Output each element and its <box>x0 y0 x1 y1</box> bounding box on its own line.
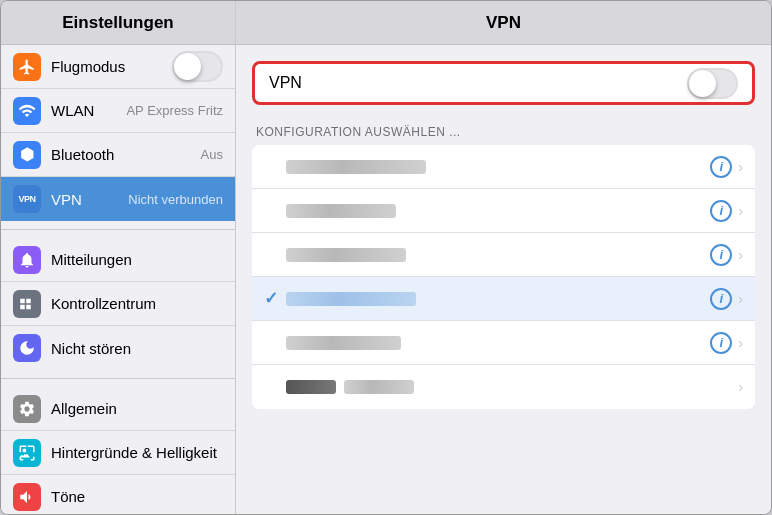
sidebar-title: Einstellungen <box>62 13 173 33</box>
config-actions-1: i › <box>710 156 743 178</box>
mitteilungen-text: Mitteilungen <box>51 251 223 268</box>
nichtStoeren-label: Nicht stören <box>51 340 131 357</box>
wallpaper-icon <box>13 439 41 467</box>
bluetooth-sublabel: Aus <box>201 147 223 162</box>
chevron-5: › <box>738 335 743 351</box>
chevron-3: › <box>738 247 743 263</box>
vpn-toggle-label: VPN <box>269 74 302 92</box>
config-blur-3 <box>286 248 406 262</box>
info-button-2[interactable]: i <box>710 200 732 222</box>
config-section-header: KONFIGURATION AUSWÄHLEN ... <box>252 125 755 139</box>
config-item-4[interactable]: ✓ i › <box>252 277 755 321</box>
kontrollzentrum-label: Kontrollzentrum <box>51 295 156 312</box>
donotdisturb-icon <box>13 334 41 362</box>
config-blur-2 <box>286 204 396 218</box>
sidebar-item-vpn[interactable]: VPN VPN Nicht verbunden <box>1 177 235 221</box>
sidebar-header: Einstellungen <box>1 1 235 45</box>
airplane-icon <box>13 53 41 81</box>
sidebar-section-3: Allgemein Hintergründe & Helligkeit <box>1 378 235 514</box>
vpn-text: VPN Nicht verbunden <box>51 191 223 208</box>
config-actions-6: › <box>738 379 743 395</box>
sidebar-item-kontrollzentrum[interactable]: Kontrollzentrum <box>1 282 235 326</box>
wlan-label: WLAN <box>51 102 94 119</box>
flugmodus-toggle[interactable] <box>172 51 223 82</box>
sidebar-list: Flugmodus WLAN AP Express Fritz <box>1 45 235 514</box>
config-item-3[interactable]: i › <box>252 233 755 277</box>
config-content-5 <box>286 336 710 350</box>
config-blur-6a <box>286 380 336 394</box>
main-header: VPN <box>236 1 771 45</box>
config-item-6[interactable]: › <box>252 365 755 409</box>
info-button-4[interactable]: i <box>710 288 732 310</box>
chevron-1: › <box>738 159 743 175</box>
toene-text: Töne <box>51 488 223 505</box>
allgemein-label: Allgemein <box>51 400 117 417</box>
sidebar-item-allgemein[interactable]: Allgemein <box>1 387 235 431</box>
config-content-2 <box>286 204 710 218</box>
flugmodus-label: Flugmodus <box>51 58 125 75</box>
config-check-4: ✓ <box>264 288 286 309</box>
kontrollzentrum-text: Kontrollzentrum <box>51 295 223 312</box>
config-item-2[interactable]: i › <box>252 189 755 233</box>
sounds-icon <box>13 483 41 511</box>
chevron-6: › <box>738 379 743 395</box>
vpn-label: VPN <box>51 191 82 208</box>
config-blur-4 <box>286 292 416 306</box>
sidebar-item-flugmodus[interactable]: Flugmodus <box>1 45 235 89</box>
sidebar-item-hintergruende[interactable]: Hintergründe & Helligkeit <box>1 431 235 475</box>
allgemein-text: Allgemein <box>51 400 223 417</box>
vpn-sublabel: Nicht verbunden <box>128 192 223 207</box>
chevron-2: › <box>738 203 743 219</box>
config-blur-6b <box>344 380 414 394</box>
config-blur-1 <box>286 160 426 174</box>
sidebar-item-mitteilungen[interactable]: Mitteilungen <box>1 238 235 282</box>
control-icon <box>13 290 41 318</box>
toene-label: Töne <box>51 488 85 505</box>
nichtStoeren-text: Nicht stören <box>51 340 223 357</box>
flugmodus-toggle-knob <box>174 53 201 80</box>
config-actions-3: i › <box>710 244 743 266</box>
config-content-1 <box>286 160 710 174</box>
notifications-icon <box>13 246 41 274</box>
config-content-6 <box>286 380 738 394</box>
sidebar-item-nichtStoeren[interactable]: Nicht stören <box>1 326 235 370</box>
config-actions-2: i › <box>710 200 743 222</box>
config-actions-4: i › <box>710 288 743 310</box>
main-title: VPN <box>486 13 521 33</box>
bluetooth-text: Bluetooth Aus <box>51 146 223 163</box>
hintergruende-text: Hintergründe & Helligkeit <box>51 444 223 461</box>
sidebar-item-bluetooth[interactable]: ⬢ Bluetooth Aus <box>1 133 235 177</box>
sidebar-item-wlan[interactable]: WLAN AP Express Fritz <box>1 89 235 133</box>
sidebar-section-1: Flugmodus WLAN AP Express Fritz <box>1 45 235 221</box>
sidebar: Einstellungen Flugmodus <box>1 1 236 514</box>
general-icon <box>13 395 41 423</box>
vpn-toggle-row: VPN <box>252 61 755 105</box>
wlan-sublabel: AP Express Fritz <box>126 103 223 118</box>
info-button-5[interactable]: i <box>710 332 732 354</box>
wifi-icon <box>13 97 41 125</box>
wlan-text: WLAN AP Express Fritz <box>51 102 223 119</box>
config-content-3 <box>286 248 710 262</box>
bluetooth-icon: ⬢ <box>13 141 41 169</box>
hintergruende-label: Hintergründe & Helligkeit <box>51 444 217 461</box>
app-container: Einstellungen Flugmodus <box>0 0 772 515</box>
main-content: VPN VPN KONFIGURATION AUSWÄHLEN ... <box>236 1 771 514</box>
chevron-4: › <box>738 291 743 307</box>
main-body: VPN KONFIGURATION AUSWÄHLEN ... i › <box>236 45 771 514</box>
svg-point-0 <box>23 448 27 452</box>
vpn-toggle[interactable] <box>687 68 738 99</box>
config-content-4 <box>286 292 710 306</box>
info-button-3[interactable]: i <box>710 244 732 266</box>
config-item-1[interactable]: i › <box>252 145 755 189</box>
vpn-toggle-knob <box>689 70 716 97</box>
sidebar-item-toene[interactable]: Töne <box>1 475 235 514</box>
vpn-sidebar-icon: VPN <box>13 185 41 213</box>
flugmodus-text: Flugmodus <box>51 51 223 82</box>
bluetooth-label: Bluetooth <box>51 146 114 163</box>
mitteilungen-label: Mitteilungen <box>51 251 132 268</box>
config-list: i › i › <box>252 145 755 409</box>
config-blur-5 <box>286 336 401 350</box>
config-item-5[interactable]: i › <box>252 321 755 365</box>
info-button-1[interactable]: i <box>710 156 732 178</box>
config-actions-5: i › <box>710 332 743 354</box>
